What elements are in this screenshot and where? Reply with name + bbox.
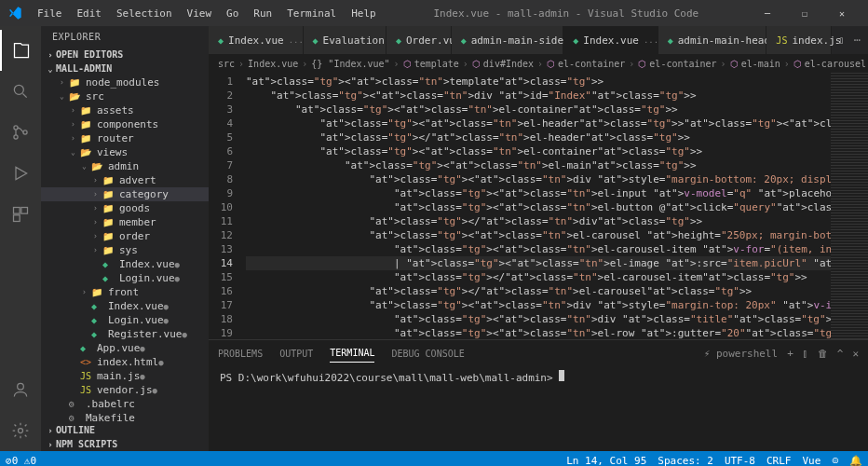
- breadcrumb-item[interactable]: ⬡ el-container: [638, 59, 716, 69]
- menu-help[interactable]: Help: [344, 4, 384, 23]
- editor-tab[interactable]: ◆Evaluation.vue: [304, 26, 387, 54]
- breadcrumb-item[interactable]: ⬡ el-carousel: [793, 59, 866, 69]
- tree-file[interactable]: ◆Login.vue ●: [41, 271, 209, 285]
- status-spaces[interactable]: Spaces: 2: [652, 455, 719, 467]
- tree-file[interactable]: ⚙.babelrc: [41, 397, 209, 411]
- tree-folder[interactable]: ›📁node_modules: [41, 75, 209, 89]
- run-debug-icon[interactable]: [0, 153, 41, 194]
- svg-point-3: [23, 130, 27, 134]
- tree-folder[interactable]: ›📁member: [41, 215, 209, 229]
- more-actions-icon[interactable]: ⋯: [854, 34, 861, 47]
- breadcrumb-item[interactable]: ⬡ div#Index: [472, 59, 534, 69]
- terminal-body[interactable]: PS D:\work\wfuhui2022\course\mall\mall-w…: [209, 366, 868, 451]
- breadcrumb-item[interactable]: ⬡ el-container: [547, 59, 625, 69]
- minimize-button[interactable]: ─: [749, 0, 786, 26]
- tree-file[interactable]: ◆Register.vue ●: [41, 327, 209, 341]
- tree-folder[interactable]: ⌄📂admin: [41, 159, 209, 173]
- menu-file[interactable]: File: [30, 4, 70, 23]
- svg-rect-5: [21, 208, 28, 214]
- editor-tabs: ◆Index.vue ...\admin◆Evaluation.vue◆Orde…: [209, 26, 868, 54]
- menubar: File Edit Selection View Go Run Terminal…: [30, 4, 384, 23]
- tree-file[interactable]: JSvendor.js ●: [41, 383, 209, 397]
- svg-point-0: [14, 85, 23, 94]
- breadcrumb-item[interactable]: Index.vue: [248, 59, 298, 69]
- sidebar-title: EXPLORER: [41, 26, 209, 48]
- tree-folder[interactable]: ›📁advert: [41, 173, 209, 187]
- maximize-panel-icon[interactable]: ^: [837, 348, 844, 360]
- status-line-col[interactable]: Ln 14, Col 95: [561, 455, 652, 467]
- panel-tab-problems[interactable]: PROBLEMS: [218, 345, 263, 363]
- tree-file[interactable]: ◆Login.vue ●: [41, 313, 209, 327]
- status-encoding[interactable]: UTF-8: [719, 455, 761, 467]
- tree-file[interactable]: JSmain.js ●: [41, 369, 209, 383]
- accounts-icon[interactable]: [0, 369, 41, 410]
- tree-folder[interactable]: ⌄📂views: [41, 145, 209, 159]
- maximize-button[interactable]: ☐: [786, 0, 823, 26]
- status-feedback[interactable]: ☺: [826, 455, 844, 467]
- editor-tab[interactable]: JSindex.js: [766, 26, 831, 54]
- tree-folder[interactable]: ›📁category: [41, 187, 209, 201]
- tree-file[interactable]: ◆Index.vue ●: [41, 257, 209, 271]
- project-section[interactable]: ⌄MALL-ADMIN: [41, 62, 209, 75]
- source-control-icon[interactable]: [0, 112, 41, 153]
- close-panel-icon[interactable]: ✕: [852, 348, 859, 360]
- close-window-button[interactable]: ✕: [823, 0, 861, 26]
- tree-folder[interactable]: ›📁components: [41, 117, 209, 131]
- tree-folder[interactable]: ›📁goods: [41, 201, 209, 215]
- menu-run[interactable]: Run: [246, 4, 279, 23]
- svg-point-7: [18, 383, 24, 390]
- editor-tab[interactable]: ◆admin-main-header.vue: [658, 26, 767, 54]
- vscode-icon: [7, 6, 22, 21]
- tree-folder[interactable]: ›📁assets: [41, 103, 209, 117]
- editor-tab[interactable]: ◆admin-main-sidebar.vue: [452, 26, 564, 54]
- editor-tab[interactable]: ◆Index.vue ...\views✕: [563, 26, 658, 54]
- editor-tab[interactable]: ◆Index.vue ...\admin: [209, 26, 304, 54]
- npm-scripts-section[interactable]: ›NPM SCRIPTS: [41, 437, 209, 451]
- breadcrumbs[interactable]: src›Index.vue›{} "Index.vue"›⬡ template›…: [209, 54, 868, 73]
- explorer-icon[interactable]: [0, 30, 41, 71]
- status-language[interactable]: Vue: [797, 455, 827, 467]
- extensions-icon[interactable]: [0, 194, 41, 235]
- svg-point-2: [14, 135, 18, 139]
- panel-tab-terminal[interactable]: TERMINAL: [330, 344, 374, 363]
- terminal-shell-label[interactable]: ⚡ powershell: [704, 348, 778, 360]
- editor-tab[interactable]: ◆Order.vue: [387, 26, 452, 54]
- breadcrumb-item[interactable]: src: [218, 59, 235, 69]
- tree-file[interactable]: ⚙Makefile: [41, 411, 209, 423]
- settings-icon[interactable]: [0, 410, 41, 451]
- status-notifications-icon[interactable]: 🔔: [844, 455, 868, 467]
- new-terminal-icon[interactable]: +: [787, 348, 793, 360]
- breadcrumb-item[interactable]: ⬡ el-main: [730, 59, 780, 69]
- tree-file[interactable]: ◆App.vue ●: [41, 341, 209, 355]
- tree-file[interactable]: ◆Index.vue ●: [41, 299, 209, 313]
- tree-folder[interactable]: ›📁front: [41, 285, 209, 299]
- svg-rect-6: [14, 215, 20, 222]
- breadcrumb-item[interactable]: {} "Index.vue": [311, 59, 389, 69]
- menu-selection[interactable]: Selection: [109, 4, 180, 23]
- kill-terminal-icon[interactable]: 🗑: [818, 348, 828, 360]
- tree-folder[interactable]: ›📁sys: [41, 243, 209, 257]
- tree-file[interactable]: <>index.html ●: [41, 355, 209, 369]
- status-eol[interactable]: CRLF: [761, 455, 797, 467]
- breadcrumb-item[interactable]: ⬡ template: [403, 59, 459, 69]
- search-icon[interactable]: [0, 71, 41, 112]
- menu-edit[interactable]: Edit: [70, 4, 110, 23]
- split-terminal-icon[interactable]: ⫿: [803, 348, 808, 360]
- tree-folder[interactable]: ›📁router: [41, 131, 209, 145]
- menu-go[interactable]: Go: [219, 4, 246, 23]
- open-editors-section[interactable]: ›OPEN EDITORS: [41, 48, 209, 62]
- panel-tab-debug[interactable]: DEBUG CONSOLE: [391, 345, 464, 363]
- menu-terminal[interactable]: Terminal: [279, 4, 344, 23]
- bottom-panel: PROBLEMS OUTPUT TERMINAL DEBUG CONSOLE ⚡…: [209, 339, 868, 451]
- tree-folder[interactable]: ⌄📂src: [41, 89, 209, 103]
- tree-folder[interactable]: ›📁order: [41, 229, 209, 243]
- editor-body[interactable]: 1234567891011121314151617181920212223242…: [209, 73, 868, 339]
- minimap[interactable]: [831, 73, 868, 339]
- menu-view[interactable]: View: [180, 4, 220, 23]
- code-content[interactable]: "at">class="tg"><"at">class="tn">templat…: [246, 73, 831, 339]
- outline-section[interactable]: ›OUTLINE: [41, 423, 209, 437]
- panel-tab-output[interactable]: OUTPUT: [279, 345, 313, 363]
- status-errors[interactable]: ⊘ 0 ⚠ 0: [0, 455, 42, 467]
- line-gutter: 1234567891011121314151617181920212223242…: [209, 73, 246, 339]
- compare-icon[interactable]: ⫾: [839, 34, 845, 47]
